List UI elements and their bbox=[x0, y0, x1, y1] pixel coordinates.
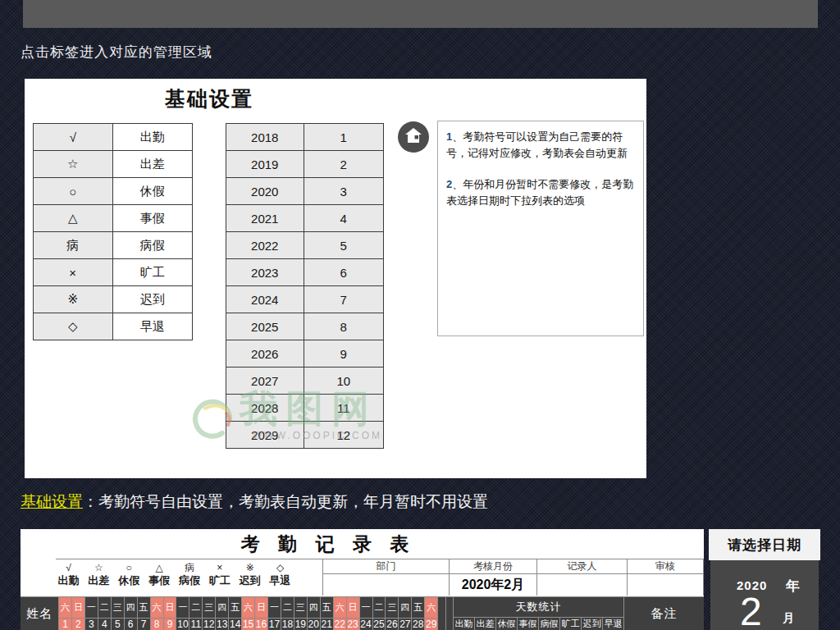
month-cell[interactable]: 9 bbox=[304, 340, 383, 368]
symbol-label-cell[interactable]: 事假 bbox=[112, 205, 193, 232]
month-cell[interactable]: 3 bbox=[304, 178, 383, 205]
year-cell[interactable]: 2019 bbox=[226, 151, 304, 178]
top-window-bar bbox=[23, 0, 818, 28]
month-cell[interactable]: 1 bbox=[304, 124, 383, 151]
year-cell[interactable]: 2022 bbox=[226, 232, 304, 259]
review-month-value[interactable]: 2020年2月 bbox=[450, 574, 536, 596]
date-cell: 7 bbox=[138, 619, 151, 630]
legend-label: 早退 bbox=[265, 573, 295, 588]
date-cell: 11 bbox=[189, 619, 203, 630]
date-picker-panel: 2020 年 2 月 bbox=[710, 560, 819, 630]
year-cell[interactable]: 2025 bbox=[226, 313, 304, 340]
month-cell[interactable]: 6 bbox=[304, 259, 383, 286]
symbol-cell[interactable]: ◇ bbox=[34, 313, 113, 340]
note-2-text: 、年份和月份暂时不需要修改，是考勤表选择日期时下拉列表的选项 bbox=[446, 178, 633, 207]
attendance-title: 考 勤 记 录 表 bbox=[144, 532, 513, 557]
stats-column-header: 出勤 bbox=[454, 618, 475, 630]
note-line-2: 2、年份和月份暂时不需要修改，是考勤表选择日期时下拉列表的选项 bbox=[446, 176, 635, 208]
audit-label: 审核 bbox=[628, 559, 703, 574]
day-column: 一 17 bbox=[268, 597, 281, 630]
day-column: 五 21 bbox=[321, 597, 334, 630]
day-column: 六 15 bbox=[242, 597, 255, 630]
symbol-cell[interactable]: √ bbox=[34, 124, 113, 151]
day-column: 五 7 bbox=[138, 597, 151, 630]
year-month-table-body: 2018 1 2019 2 2020 3 2021 4 bbox=[226, 124, 384, 449]
symbol-label-cell[interactable]: 早退 bbox=[112, 313, 193, 340]
year-cell[interactable]: 2023 bbox=[226, 259, 304, 286]
symbol-cell[interactable]: ☆ bbox=[34, 151, 113, 178]
weekday-cell: 二 bbox=[98, 597, 112, 619]
legend-item: ※ 迟到 bbox=[235, 562, 265, 588]
date-cell: 8 bbox=[151, 619, 164, 630]
month-cell[interactable]: 12 bbox=[304, 422, 383, 449]
year-cell[interactable]: 2018 bbox=[226, 124, 304, 151]
date-cell: 2 bbox=[72, 619, 85, 630]
month-cell[interactable]: 8 bbox=[304, 313, 383, 340]
year-cell[interactable]: 2029 bbox=[226, 422, 304, 449]
weekday-cell: 四 bbox=[399, 597, 412, 619]
legend-item: ○ 休假 bbox=[114, 562, 144, 588]
date-cell: 15 bbox=[242, 619, 255, 630]
date-cell: 4 bbox=[98, 619, 112, 630]
symbol-cell[interactable]: ○ bbox=[34, 178, 113, 205]
date-cell: 3 bbox=[85, 619, 98, 630]
day-column: 六 22 bbox=[334, 597, 347, 630]
weekday-cell: 三 bbox=[203, 597, 216, 619]
date-cell: 9 bbox=[164, 619, 177, 630]
stats-column-header: 迟到 bbox=[582, 618, 603, 630]
stats-block: 天数统计 出勤 出差 休假 事假 病假 旷工 迟到 早退 bbox=[454, 597, 624, 630]
date-cell: 18 bbox=[281, 619, 294, 630]
stats-title: 天数统计 bbox=[454, 597, 624, 618]
year-cell[interactable]: 2021 bbox=[226, 205, 304, 232]
legend-symbol: △ bbox=[144, 562, 175, 573]
symbol-label-cell[interactable]: 休假 bbox=[112, 178, 193, 205]
symbol-label-cell[interactable]: 迟到 bbox=[112, 286, 193, 313]
dept-value[interactable] bbox=[323, 574, 449, 596]
symbol-cell[interactable]: △ bbox=[34, 205, 113, 232]
symbol-cell[interactable]: × bbox=[34, 259, 113, 286]
day-column: 日 9 bbox=[164, 597, 177, 630]
legend-label: 旷工 bbox=[204, 573, 235, 588]
month-cell[interactable]: 5 bbox=[304, 232, 383, 259]
symbol-table-row: ○ 休假 bbox=[34, 178, 193, 205]
legend-symbol: ○ bbox=[114, 562, 144, 573]
month-cell[interactable]: 4 bbox=[304, 205, 383, 232]
month-cell[interactable]: 10 bbox=[304, 368, 383, 395]
symbol-label-cell[interactable]: 出勤 bbox=[112, 124, 193, 151]
symbol-cell[interactable]: 病 bbox=[34, 232, 113, 259]
recorder-column: 记录人 bbox=[537, 559, 628, 596]
weekday-cell: 六 bbox=[59, 597, 72, 619]
year-cell[interactable]: 2028 bbox=[226, 395, 304, 422]
day-column: 六 8 bbox=[151, 597, 164, 630]
symbol-label-cell[interactable]: 旷工 bbox=[112, 259, 193, 286]
date-cell: 19 bbox=[294, 619, 308, 630]
month-cell[interactable]: 11 bbox=[304, 395, 383, 422]
day-columns: 六 1 日 2 一 3 二 4 三 bbox=[59, 597, 438, 630]
month-cell[interactable]: 2 bbox=[304, 151, 383, 178]
year-cell[interactable]: 2026 bbox=[226, 340, 304, 368]
weekday-cell: 一 bbox=[85, 597, 98, 619]
symbol-cell[interactable]: ※ bbox=[34, 286, 113, 313]
day-column: 二 25 bbox=[373, 597, 386, 630]
symbol-label-cell[interactable]: 出差 bbox=[112, 151, 193, 178]
year-cell[interactable]: 2020 bbox=[226, 178, 304, 205]
date-cell: 23 bbox=[347, 619, 360, 630]
year-month-row: 2021 4 bbox=[226, 205, 384, 232]
section-caption: 基础设置：考勤符号自由设置，考勤表自动更新，年月暂时不用设置 bbox=[21, 491, 488, 513]
notes-textbox[interactable]: 1、考勤符号可以设置为自己需要的符号，记得对应修改，考勤表会自动更新 2、年份和… bbox=[437, 121, 644, 336]
month-cell[interactable]: 7 bbox=[304, 286, 383, 313]
home-button[interactable] bbox=[398, 121, 429, 153]
weekday-cell: 六 bbox=[242, 597, 255, 619]
symbol-label-cell[interactable]: 病假 bbox=[112, 232, 193, 259]
weekday-cell: 一 bbox=[268, 597, 281, 619]
picker-month-value[interactable]: 2 bbox=[740, 591, 762, 630]
year-cell[interactable]: 2024 bbox=[226, 286, 304, 313]
legend-symbol: √ bbox=[53, 562, 84, 573]
weekday-cell: 三 bbox=[112, 597, 125, 619]
recorder-label: 记录人 bbox=[537, 559, 627, 574]
year-cell[interactable]: 2027 bbox=[226, 368, 304, 395]
audit-value[interactable] bbox=[628, 574, 703, 596]
recorder-value[interactable] bbox=[537, 574, 627, 596]
legend-label: 迟到 bbox=[235, 573, 265, 588]
legend-label: 休假 bbox=[114, 573, 144, 588]
